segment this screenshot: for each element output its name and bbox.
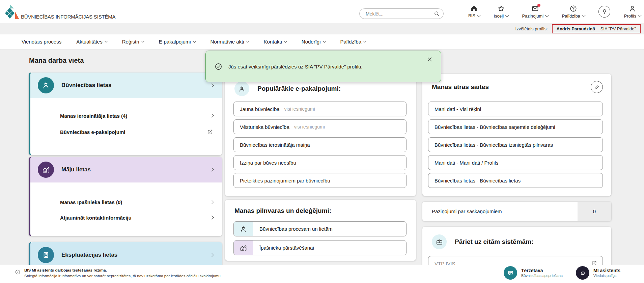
- sidebar-item-ierosinataja-lietas[interactable]: Manas ierosinātāja lietas (4): [30, 108, 222, 124]
- button-jauna-buvnieciba[interactable]: Jauna būvniecība visi iesniegumi: [233, 102, 407, 116]
- houses-icon: [38, 162, 54, 178]
- chevron-down-icon: [323, 39, 326, 43]
- search-box: [359, 8, 444, 19]
- nav-item-registri[interactable]: Reģistri: [122, 39, 144, 45]
- footer: BIS MI asistents darbojas testēšanas rež…: [0, 265, 644, 283]
- main-nav: Vienotais process Aktualitātes Reģistri …: [0, 34, 644, 49]
- popular-title: Populārākie e-pakalpojumi:: [257, 85, 341, 92]
- nav-label: Kontakti: [264, 39, 282, 45]
- menu-item-bis[interactable]: BIS: [468, 5, 480, 18]
- button-buvniecibas-procesam[interactable]: Būvniecības procesam un lietām: [233, 221, 407, 236]
- chat-bubble-icon: [504, 266, 517, 280]
- button-label: Būvniecības lietas - Būvniecības saņemti…: [435, 124, 555, 130]
- nav-label: E-pakalpojumi: [159, 39, 191, 45]
- top-header: BŪVNIECĪBAS INFORMĀCIJAS SISTĒMA BIS Īsc…: [0, 0, 644, 23]
- nav-item-kontakti[interactable]: Kontakti: [264, 39, 287, 45]
- notification-badge: [537, 4, 540, 7]
- quicklink-sanemtie-delegejumi[interactable]: Būvniecības lietas - Būvniecības saņemti…: [428, 119, 603, 134]
- button-label: Būvniecības lietas - Būvniecības lietas: [435, 178, 521, 183]
- nav-label: Noderīgi: [302, 39, 321, 45]
- nav-item-normativie-akti[interactable]: Normatīvie akti: [211, 39, 249, 45]
- ai-assistant-launcher-button[interactable]: MI asistents Viedais palīgs: [576, 266, 620, 280]
- quicklink-izsniegtas-pilnvaras[interactable]: Būvniecības lietas - Būvniecības izsnieg…: [428, 137, 603, 152]
- mandates-header: Manas pilnvaras un deleģējumi:: [234, 207, 331, 215]
- chevron-right-icon: [210, 200, 214, 204]
- card-popular-eservices: Populārākie e-pakalpojumi: Jauna būvniec…: [225, 74, 416, 196]
- briefcase-icon: [432, 234, 447, 249]
- selected-profile-label: Izvēlētais profils:: [515, 26, 548, 31]
- bis-logo-icon[interactable]: [5, 4, 20, 22]
- assistant-subtitle: Viedais palīgs: [593, 274, 620, 278]
- menu-item-notifications[interactable]: Paziņojumi: [522, 5, 549, 19]
- button-izzina-par-buves-neesibu[interactable]: Izziņa par būves neesību: [233, 155, 407, 170]
- app-title: BŪVNIECĪBAS INFORMĀCIJAS SISTĒMA: [21, 14, 115, 20]
- sidebar-item-label: Būvniecības e-pakalpojumi: [60, 129, 207, 135]
- approvals-label: Paziņojumi par saskaņojumiem: [422, 208, 578, 214]
- nav-label: Aktualitātes: [76, 39, 103, 45]
- header-menu: BIS Īsceļi Paziņojumi Palīdzība: [468, 2, 641, 21]
- chevron-right-icon: [210, 216, 214, 219]
- sidebar-item-ipasnieka-lietas[interactable]: Manas īpašnieka lietas (0): [30, 194, 222, 210]
- close-icon[interactable]: [427, 56, 433, 62]
- houses-icon: [234, 240, 253, 255]
- button-pieteikties-pazinojumiem[interactable]: Pieteikties paziņojumiem par būvniecību: [233, 173, 407, 188]
- quicklink-mani-dati-profils[interactable]: Mani dati - Mani dati / Profils: [428, 155, 603, 170]
- chat-subtitle: Būvniecības apspriešana: [521, 274, 563, 278]
- sidebar-item-atjauninat-kontaktinformaciju[interactable]: Atjaunināt kontaktinformāciju: [30, 209, 222, 226]
- card-title: Māju lietas: [61, 166, 211, 173]
- menu-label: BIS: [468, 13, 475, 18]
- search-input[interactable]: [365, 11, 433, 17]
- toast-message: Jūs esat veiksmīgi pārslēdzies uz SIA "P…: [228, 64, 363, 69]
- card-header-maju-lietas[interactable]: Māju lietas: [30, 157, 222, 182]
- star-icon: [497, 5, 505, 12]
- construction-worker-icon: [38, 77, 54, 93]
- card-maju-lietas: Māju lietas Manas īpašnieka lietas (0) A…: [29, 157, 222, 236]
- card-title: Būvniecības lietas: [61, 82, 211, 89]
- bis-portal-screen: BŪVNIECĪBAS INFORMĀCIJAS SISTĒMA BIS Īsc…: [0, 0, 644, 283]
- sidebar-item-label: Atjaunināt kontaktinformāciju: [60, 215, 211, 221]
- profile-name: Andris Paraudziņš: [557, 26, 595, 31]
- button-vesturiska-buvnieciba[interactable]: Vēsturiska būvniecība visi iesniegumi: [233, 119, 407, 134]
- nav-item-palidziba[interactable]: Palīdzība: [340, 39, 366, 45]
- construction-worker-icon: [234, 222, 253, 236]
- quicklink-visi-rekini[interactable]: Mani dati - Visi rēķini: [428, 102, 603, 116]
- card-title: Ekspluatācijas lietas: [61, 252, 211, 258]
- chevron-down-icon: [477, 13, 480, 17]
- chevron-down-icon: [545, 13, 549, 17]
- search-icon[interactable]: [433, 10, 440, 17]
- menu-label: Īsceļi: [494, 13, 504, 19]
- approvals-count: 0: [578, 202, 611, 221]
- chat-title: Tērzētava: [521, 268, 563, 274]
- building-icon: [38, 247, 54, 263]
- button-ierosinataja-maina[interactable]: Būvniecības ierosinātāja maiņa: [233, 137, 407, 152]
- menu-item-help[interactable]: Palīdzība: [562, 5, 585, 19]
- nav-item-aktualitates[interactable]: Aktualitātes: [76, 39, 107, 45]
- other-systems-header: Pāriet uz citām sistēmām:: [432, 234, 533, 249]
- edit-quicklinks-button[interactable]: [591, 81, 603, 93]
- chat-launcher-button[interactable]: Tērzētava Būvniecības apspriešana: [504, 266, 563, 280]
- quicklinks-buttons: Mani dati - Visi rēķini Būvniecības liet…: [428, 102, 603, 188]
- chevron-right-icon: [210, 114, 214, 117]
- button-label: Būvniecības procesam un lietām: [259, 222, 333, 236]
- nav-label: Reģistri: [122, 39, 139, 45]
- button-label: Mani dati - Visi rēķini: [435, 106, 481, 112]
- info-icon: [15, 269, 21, 275]
- quicklink-buvniecibas-lietas[interactable]: Būvniecības lietas - Būvniecības lietas: [428, 173, 603, 188]
- button-label: Mani dati - Mani dati / Profils: [435, 160, 498, 166]
- button-ipasnieka-parstavesanai[interactable]: Īpašnieka pārstāvēšanai: [233, 240, 407, 255]
- quicklinks-title: Manas ātrās saites: [432, 83, 489, 91]
- nav-item-vienotais-process[interactable]: Vienotais process: [22, 39, 61, 45]
- nav-item-epakalpojumi[interactable]: E-pakalpojumi: [159, 39, 196, 45]
- selected-profile-box[interactable]: Andris Paraudziņš SIA "PV Pārvalde": [552, 24, 641, 33]
- card-header-ekspluatacijas-lietas[interactable]: Ekspluatācijas lietas: [30, 242, 222, 268]
- profile-company: SIA "PV Pārvalde": [600, 26, 636, 31]
- chevron-down-icon: [582, 13, 585, 17]
- card-header-buvniecibas-lietas[interactable]: Būvniecības lietas: [30, 73, 222, 98]
- button-suffix: visi iesniegumi: [284, 106, 315, 112]
- menu-item-shortcuts[interactable]: Īsceļi: [494, 5, 508, 19]
- nav-item-noderigi[interactable]: Noderīgi: [302, 39, 326, 45]
- menu-item-profile[interactable]: Profils: [624, 5, 641, 19]
- sidebar-item-buvniecibas-epakalpojumi[interactable]: Būvniecības e-pakalpojumi: [30, 124, 222, 140]
- assistant-launcher-button[interactable]: [598, 6, 610, 18]
- approvals-row[interactable]: Paziņojumi par saskaņojumiem 0: [422, 202, 611, 221]
